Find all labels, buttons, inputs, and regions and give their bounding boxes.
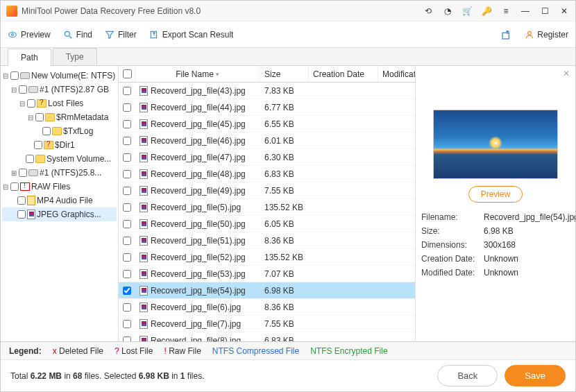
file-name: Recoverd_jpg_file(7).jpg — [151, 319, 241, 329]
tree-checkbox[interactable] — [19, 85, 27, 94]
table-row[interactable]: Recoverd_jpg_file(5).jpg135.52 KB — [119, 199, 415, 216]
key-icon[interactable]: 🔑 — [481, 6, 492, 16]
col-filename[interactable]: File Name — [135, 66, 260, 82]
table-row[interactable]: Recoverd_jpg_file(8).jpg6.83 KB — [119, 332, 415, 341]
folder-icon — [52, 127, 62, 135]
file-size: 6.83 KB — [260, 169, 309, 179]
row-checkbox[interactable] — [123, 120, 131, 128]
cart-icon[interactable]: 🛒 — [461, 6, 473, 16]
row-checkbox[interactable] — [123, 320, 131, 328]
table-row[interactable]: Recoverd_jpg_file(43).jpg7.83 KB — [119, 83, 415, 99]
tree-label: #1 (NTFS)25.8... — [40, 168, 101, 178]
lost-symbol: ? — [115, 346, 119, 356]
row-checkbox[interactable] — [123, 287, 131, 295]
meta-filename-key: Filename: — [421, 212, 484, 222]
row-checkbox[interactable] — [123, 203, 131, 212]
tree-checkbox[interactable] — [19, 169, 27, 177]
jpeg-icon — [139, 136, 148, 146]
tree-txf[interactable]: $TxfLog — [2, 124, 117, 138]
save-button[interactable]: Save — [505, 365, 566, 386]
jpeg-icon — [139, 319, 148, 329]
tree-part1[interactable]: ⊟#1 (NTFS)2.87 GB — [2, 83, 117, 96]
preview-open-button[interactable]: Preview — [468, 186, 523, 203]
file-name: Recoverd_jpg_file(54).jpg — [151, 286, 246, 296]
row-checkbox[interactable] — [123, 187, 131, 195]
file-size: 135.52 KB — [260, 253, 309, 262]
tree-checkbox[interactable] — [17, 196, 26, 205]
register-button[interactable]: Register — [525, 30, 568, 40]
table-row[interactable]: Recoverd_jpg_file(51).jpg8.36 KB — [119, 232, 415, 249]
table-row[interactable]: Recoverd_jpg_file(49).jpg7.55 KB — [119, 182, 415, 199]
tree-checkbox[interactable] — [34, 141, 42, 149]
tree-checkbox[interactable] — [10, 71, 19, 80]
file-name: Recoverd_jpg_file(51).jpg — [151, 236, 246, 246]
tab-type[interactable]: Type — [53, 48, 97, 65]
minimize-button[interactable]: — — [520, 6, 531, 16]
col-mod[interactable]: Modification — [378, 66, 416, 82]
tree-jpeg[interactable]: JPEG Graphics... — [2, 207, 117, 221]
maximize-button[interactable]: ☐ — [539, 6, 550, 16]
tab-path[interactable]: Path — [8, 49, 51, 66]
row-checkbox[interactable] — [123, 336, 131, 342]
filter-icon — [105, 30, 115, 40]
row-checkbox[interactable] — [123, 103, 131, 112]
filter-button[interactable]: Filter — [105, 30, 137, 40]
row-checkbox[interactable] — [123, 170, 131, 178]
tree-lost[interactable]: ⊟Lost Files — [2, 96, 117, 110]
close-button[interactable]: ✕ — [559, 6, 570, 16]
eye-icon — [8, 30, 17, 40]
row-checkbox[interactable] — [123, 253, 131, 262]
help-icon[interactable]: ◔ — [442, 6, 453, 16]
tree-checkbox[interactable] — [35, 113, 44, 121]
table-row[interactable]: Recoverd_jpg_file(46).jpg6.01 KB — [119, 133, 415, 149]
row-checkbox[interactable] — [123, 153, 131, 162]
tree-checkbox[interactable] — [27, 99, 35, 108]
row-checkbox[interactable] — [123, 303, 131, 312]
table-row[interactable]: Recoverd_jpg_file(50).jpg6.05 KB — [119, 216, 415, 232]
tree-checkbox[interactable] — [10, 182, 19, 191]
preview-button[interactable]: Preview — [8, 30, 51, 40]
find-button[interactable]: Find — [63, 30, 92, 40]
table-row[interactable]: Recoverd_jpg_file(45).jpg6.55 KB — [119, 116, 415, 133]
table-row[interactable]: Recoverd_jpg_file(44).jpg6.77 KB — [119, 99, 415, 116]
col-creation[interactable]: Creation Date — [309, 66, 378, 82]
row-checkbox[interactable] — [123, 270, 131, 278]
table-row[interactable]: Recoverd_jpg_file(7).jpg7.55 KB — [119, 316, 415, 332]
menu-icon[interactable]: ≡ — [500, 6, 511, 16]
mp4-icon — [27, 196, 35, 205]
raw-label: Raw File — [169, 346, 201, 356]
row-checkbox[interactable] — [123, 87, 131, 95]
row-checkbox[interactable] — [123, 220, 131, 228]
row-checkbox[interactable] — [123, 237, 131, 245]
table-row[interactable]: Recoverd_jpg_file(53).jpg7.07 KB — [119, 266, 415, 282]
tree-dir1[interactable]: $Dir1 — [2, 138, 117, 152]
table-row[interactable]: Recoverd_jpg_file(6).jpg8.36 KB — [119, 299, 415, 316]
back-button[interactable]: Back — [437, 365, 498, 386]
table-row[interactable]: Recoverd_jpg_file(47).jpg6.30 KB — [119, 149, 415, 166]
col-checkbox[interactable] — [119, 66, 135, 82]
tree-part2[interactable]: ⊞#1 (NTFS)25.8... — [2, 166, 117, 180]
tree-raw[interactable]: ⊟RAW Files — [2, 180, 117, 194]
tree-mp4[interactable]: MP4 Audio File — [2, 194, 117, 207]
col-size[interactable]: Size — [260, 66, 309, 82]
file-size: 6.01 KB — [260, 136, 309, 146]
preview-thumbnail — [433, 110, 558, 179]
tree-checkbox[interactable] — [26, 155, 34, 163]
close-icon[interactable]: ✕ — [563, 69, 570, 78]
table-row[interactable]: Recoverd_jpg_file(54).jpg6.98 KB — [119, 282, 415, 299]
export-button[interactable]: Export Scan Result — [149, 30, 234, 40]
jpeg-icon — [139, 236, 148, 246]
share-icon[interactable] — [501, 29, 512, 40]
file-list-body[interactable]: Recoverd_jpg_file(43).jpg7.83 KBRecoverd… — [119, 83, 415, 341]
row-checkbox[interactable] — [123, 137, 131, 145]
tree-sysvol[interactable]: System Volume... — [2, 152, 117, 166]
file-name: Recoverd_jpg_file(6).jpg — [151, 302, 241, 312]
refresh-icon[interactable]: ⟲ — [423, 6, 434, 16]
select-all-checkbox[interactable] — [123, 69, 132, 78]
tree-rm[interactable]: ⊟$RmMetadata — [2, 110, 117, 124]
table-row[interactable]: Recoverd_jpg_file(48).jpg6.83 KB — [119, 166, 415, 182]
tree-checkbox[interactable] — [42, 127, 51, 135]
table-row[interactable]: Recoverd_jpg_file(52).jpg135.52 KB — [119, 249, 415, 266]
tree-root[interactable]: ⊟New Volume(E: NTFS) — [2, 69, 117, 83]
tree-checkbox[interactable] — [17, 210, 26, 219]
